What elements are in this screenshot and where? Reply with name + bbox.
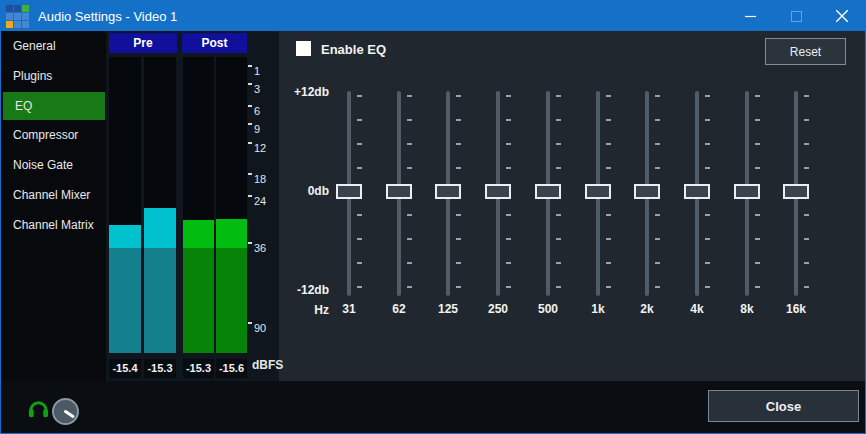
eq-slider-tick [755, 119, 760, 121]
eq-slider-tick [556, 262, 561, 264]
eq-slider-thumb-500[interactable] [535, 184, 561, 199]
eq-band-freq-label: 1k [576, 302, 620, 316]
eq-slider-tick [606, 167, 611, 169]
eq-slider-tick [506, 238, 511, 240]
meter-scale-label: 90 [254, 323, 266, 334]
eq-slider-tick [407, 286, 412, 288]
app-logo-square [6, 5, 13, 12]
eq-slider-thumb-16k[interactable] [783, 184, 809, 199]
sidebar-item-channel-matrix[interactable]: Channel Matrix [1, 210, 106, 240]
eq-slider-tick [655, 238, 660, 240]
eq-slider-tick [655, 119, 660, 121]
eq-slider-thumb-1k[interactable] [585, 184, 611, 199]
eq-axis-middle-label: 0db [281, 184, 329, 198]
eq-slider-tick [556, 238, 561, 240]
sidebar-item-eq[interactable]: EQ [3, 92, 105, 120]
app-logo-square [14, 13, 21, 20]
meter-fill-dark [144, 248, 176, 353]
headphones-icon[interactable] [27, 397, 50, 420]
eq-axis-bottom-label: -12db [281, 283, 329, 297]
meter-channel-1 [109, 57, 141, 353]
eq-slider-thumb-31[interactable] [336, 184, 362, 199]
eq-slider-tick [407, 238, 412, 240]
headphones-volume-knob[interactable] [52, 398, 79, 425]
enable-eq-checkbox[interactable] [296, 41, 311, 56]
eq-slider-thumb-8k[interactable] [734, 184, 760, 199]
eq-slider-thumb-62[interactable] [386, 184, 412, 199]
eq-slider-tick [506, 119, 511, 121]
minimize-button[interactable] [727, 1, 773, 31]
meter-fill-dark [183, 248, 214, 353]
eq-slider-thumb-125[interactable] [435, 184, 461, 199]
eq-slider-tick [456, 119, 461, 121]
reset-button[interactable]: Reset [765, 38, 846, 65]
sidebar-item-general[interactable]: General [1, 31, 106, 61]
meter-unit-label: dBFS [252, 358, 283, 372]
eq-slider-thumb-250[interactable] [485, 184, 511, 199]
eq-slider-tick [506, 214, 511, 216]
eq-slider-thumb-4k[interactable] [684, 184, 710, 199]
eq-slider-tick [506, 262, 511, 264]
knob-pointer-icon [52, 398, 79, 425]
eq-band-freq-label: 125 [426, 302, 470, 316]
meter-readout-3: -15.3 [183, 359, 214, 378]
meter-group-header-post: Post [182, 33, 247, 53]
sidebar-item-noise-gate[interactable]: Noise Gate [1, 150, 106, 180]
meter-fill-bright [109, 225, 141, 248]
meter-channel-4 [216, 57, 247, 353]
eq-band-freq-label: 31 [327, 302, 371, 316]
minimize-icon [745, 11, 756, 22]
app-logo-square [22, 5, 29, 12]
meter-group-header-pre: Pre [109, 33, 177, 53]
sidebar-item-plugins[interactable]: Plugins [1, 61, 106, 91]
meter-scale-tick [248, 195, 252, 197]
close-icon [836, 10, 848, 22]
eq-band-freq-label: 62 [377, 302, 421, 316]
eq-slider-tick [705, 95, 710, 97]
eq-band-freq-label: 250 [476, 302, 520, 316]
close-button[interactable]: Close [708, 390, 859, 422]
eq-slider-tick [655, 286, 660, 288]
meter-scale-tick [248, 83, 252, 85]
meter-scale-label: 3 [254, 84, 260, 95]
eq-slider-thumb-2k[interactable] [634, 184, 660, 199]
close-window-button[interactable] [819, 1, 865, 31]
eq-slider-tick [804, 262, 809, 264]
eq-slider-tick [804, 95, 809, 97]
app-logo-icon [6, 5, 29, 28]
eq-slider-tick [755, 143, 760, 145]
audio-settings-window: Audio Settings - Video 1 GeneralPluginsE… [0, 0, 866, 434]
eq-slider-tick [407, 262, 412, 264]
app-logo-square [6, 13, 13, 20]
eq-slider-tick [606, 286, 611, 288]
eq-slider-tick [705, 238, 710, 240]
sidebar: GeneralPluginsEQCompressorNoise GateChan… [1, 31, 106, 381]
maximize-button[interactable] [773, 1, 819, 31]
sidebar-item-channel-mixer[interactable]: Channel Mixer [1, 180, 106, 210]
eq-slider-tick [357, 119, 362, 121]
eq-slider-tick [456, 143, 461, 145]
meter-scale-label: 24 [254, 196, 266, 207]
app-logo-square [22, 21, 29, 28]
meter-fill-dark [216, 248, 247, 353]
eq-slider-tick [804, 143, 809, 145]
eq-slider-tick [556, 167, 561, 169]
eq-panel [279, 31, 865, 381]
eq-slider-tick [804, 286, 809, 288]
eq-band-freq-label: 2k [625, 302, 669, 316]
eq-slider-tick [357, 262, 362, 264]
app-logo-square [22, 13, 29, 20]
eq-slider-tick [804, 167, 809, 169]
eq-slider-tick [556, 286, 561, 288]
eq-slider-tick [556, 214, 561, 216]
eq-slider-tick [655, 262, 660, 264]
enable-eq-label: Enable EQ [321, 42, 386, 57]
meter-scale-tick [248, 242, 252, 244]
eq-slider-tick [357, 238, 362, 240]
eq-slider-tick [804, 119, 809, 121]
eq-slider-tick [655, 167, 660, 169]
eq-slider-tick [506, 167, 511, 169]
sidebar-item-compressor[interactable]: Compressor [1, 120, 106, 150]
eq-slider-tick [357, 286, 362, 288]
meter-scale-label: 9 [254, 124, 260, 135]
